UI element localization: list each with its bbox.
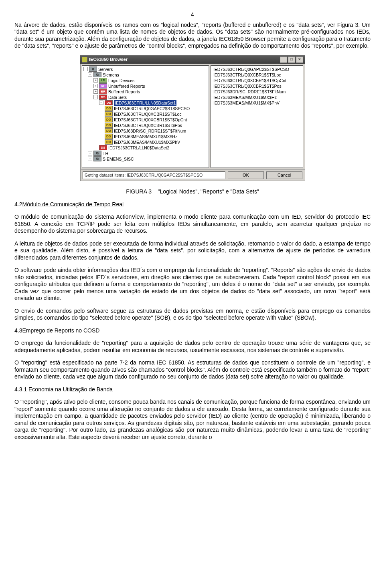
status-row: Getting dataset items: IED7SJ63CTRL/Q0GA… bbox=[80, 169, 305, 181]
tree-th[interactable]: +⧉TH bbox=[83, 151, 208, 156]
tree-br[interactable]: +BRBuffered Reports bbox=[83, 89, 208, 95]
heading-4-3: 4.3 Emprego de Reports no COSD bbox=[14, 327, 371, 334]
tree-ds2[interactable]: DSIED7SJ63CTRL/LLN0$DataSet2 bbox=[83, 145, 208, 151]
heading-number: 4.2 bbox=[14, 201, 22, 208]
do-icon: DO bbox=[105, 134, 113, 139]
tree-label: Data Sets bbox=[108, 95, 127, 100]
heading-text: Módulo de Comunicação de Tempo Real bbox=[22, 201, 124, 207]
dialog-body: −⧉Servers −⧉Siemens +LDLogic Devices +RP… bbox=[80, 64, 305, 169]
tree-ds1[interactable]: −DSIED7SJ63CTRL/LLN0$DataSet1 bbox=[83, 100, 208, 106]
paragraph-intro: Na árvore de dados, estão disponíveis os… bbox=[14, 22, 371, 50]
tree-label: Siemens bbox=[103, 72, 119, 78]
tree-do[interactable]: DOIED7SJ63MEAS/MMXU1$MX$Hz bbox=[83, 134, 208, 139]
tree-do[interactable]: DOIED7SJ63CTRL/Q0GAPC2$ST$SPCSO bbox=[83, 106, 208, 111]
tree-do[interactable]: DOIED7SJ63CTRL/Q0XCBR1$ST$Pos bbox=[83, 123, 208, 128]
status-text: Getting dataset items: IED7SJ63CTRL/Q0GA… bbox=[83, 171, 225, 179]
tree-servers[interactable]: −⧉Servers bbox=[83, 66, 208, 72]
do-icon: DO bbox=[105, 139, 113, 145]
br-icon: BR bbox=[99, 89, 107, 94]
tree-label: IED7SJ63MEAS/MMXU1$MX$Hz bbox=[114, 134, 177, 139]
tree-label: TH bbox=[103, 151, 108, 156]
ld-icon: LD bbox=[99, 78, 107, 83]
titlebar: IEC61850 Browser _ □ ✕ bbox=[80, 56, 305, 64]
collapse-icon[interactable]: − bbox=[88, 72, 92, 77]
list-item[interactable]: IED7SJ63DR/SC_RDRE1$ST$FltNum bbox=[212, 89, 302, 95]
tree-label: IED7SJ63CTRL/Q0XCBR1$ST$Pos bbox=[114, 123, 182, 128]
tree-label: Buffered Reports bbox=[108, 89, 140, 95]
server-icon: ⧉ bbox=[93, 151, 101, 156]
do-icon: DO bbox=[105, 111, 113, 117]
ds-icon: DS bbox=[105, 100, 113, 105]
tree-do[interactable]: DOIED7SJ63DR/SC_RDRE1$ST$FltNum bbox=[83, 128, 208, 134]
tree-label: IED7SJ63DR/SC_RDRE1$ST$FltNum bbox=[114, 128, 186, 134]
close-button[interactable]: ✕ bbox=[296, 56, 303, 63]
list-pane[interactable]: IED7SJ63CTRL/Q0GAPC2$ST$SPCSO IED7SJ63CT… bbox=[211, 65, 303, 168]
figure-caption: FIGURA 3 – "Logical Nodes", "Reports" e … bbox=[14, 188, 371, 195]
minimize-button[interactable]: _ bbox=[280, 56, 287, 63]
iec61850-browser-dialog: IEC61850 Browser _ □ ✕ −⧉Servers −⧉Sieme… bbox=[80, 55, 305, 181]
expand-icon[interactable]: + bbox=[93, 89, 98, 94]
ds-icon: DS bbox=[99, 95, 107, 100]
servers-icon: ⧉ bbox=[89, 66, 97, 72]
maximize-button[interactable]: □ bbox=[288, 56, 295, 63]
do-icon: DO bbox=[105, 117, 113, 122]
tree-label: IED7SJ63CTRL/Q0XCBR1$ST$Loc bbox=[114, 111, 182, 117]
do-icon: DO bbox=[105, 128, 113, 133]
tree-do[interactable]: DOIED7SJ63MEAS/MMXU1$MX$PhV bbox=[83, 139, 208, 145]
tree-rp[interactable]: +RPUnbuffered Reports bbox=[83, 83, 208, 89]
expand-icon[interactable]: + bbox=[88, 157, 92, 161]
paragraph: O envio de comandos pelo software segue … bbox=[14, 308, 371, 322]
tree-label: IED7SJ63CTRL/LLN0$DataSet2 bbox=[108, 145, 169, 151]
heading-text: Emprego de Reports no COSD bbox=[22, 327, 99, 334]
ds-icon: DS bbox=[99, 145, 107, 150]
rp-icon: RP bbox=[99, 83, 107, 89]
do-icon: DO bbox=[105, 123, 113, 128]
cancel-button[interactable]: Cancel bbox=[266, 171, 302, 179]
paragraph: O módulo de comunicação do sistema Actio… bbox=[14, 213, 371, 235]
tree-siemens[interactable]: −⧉Siemens bbox=[83, 72, 208, 78]
app-icon bbox=[82, 57, 87, 62]
server-icon: ⧉ bbox=[93, 156, 101, 161]
collapse-icon[interactable]: − bbox=[99, 101, 103, 105]
tree-label: Unbuffered Reports bbox=[108, 83, 145, 89]
server-icon: ⧉ bbox=[93, 72, 101, 77]
heading-number: 4.3 bbox=[14, 327, 22, 334]
paragraph: A leitura de objetos de dados pode ser e… bbox=[14, 240, 371, 262]
tree-label: Logic Devices bbox=[108, 78, 134, 83]
paragraph: O emprego da funcionalidade de "reportin… bbox=[14, 340, 371, 354]
list-item[interactable]: IED7SJ63CTRL/Q0XCBR1$ST$OpCnt bbox=[212, 78, 302, 83]
tree-do[interactable]: DOIED7SJ63CTRL/Q0XCBR1$ST$OpCnt bbox=[83, 117, 208, 123]
list-item[interactable]: IED7SJ63MEAS/MMXU1$MX$Hz bbox=[212, 95, 302, 100]
tree-do[interactable]: DOIED7SJ63CTRL/Q0XCBR1$ST$Loc bbox=[83, 111, 208, 117]
tree-ds[interactable]: −DSData Sets bbox=[83, 95, 208, 100]
paragraph: O software pode ainda obter informações … bbox=[14, 267, 371, 302]
list-item[interactable]: IED7SJ63CTRL/Q0GAPC2$ST$SPCSO bbox=[212, 66, 302, 72]
heading-4-2: 4.2 Módulo de Comunicação de Tempo Real bbox=[14, 201, 371, 208]
tree-label: Servers bbox=[98, 66, 113, 72]
do-icon: DO bbox=[105, 106, 113, 111]
tree-label-selected: IED7SJ63CTRL/LLN0$DataSet1 bbox=[114, 100, 176, 106]
tree-ld[interactable]: +LDLogic Devices bbox=[83, 78, 208, 83]
tree-label: SIEMENS_SISC bbox=[103, 156, 134, 162]
list-item[interactable]: IED7SJ63CTRL/Q0XCBR1$ST$Pos bbox=[212, 83, 302, 89]
tree-pane[interactable]: −⧉Servers −⧉Siemens +LDLogic Devices +RP… bbox=[82, 65, 209, 168]
paragraph: O "reporting" está especificado na parte… bbox=[14, 359, 371, 381]
figure-3: IEC61850 Browser _ □ ✕ −⧉Servers −⧉Sieme… bbox=[14, 55, 371, 181]
tree-sisc[interactable]: +⧉SIEMENS_SISC bbox=[83, 156, 208, 162]
collapse-icon[interactable]: − bbox=[93, 95, 98, 99]
tree-label: IED7SJ63CTRL/Q0XCBR1$ST$OpCnt bbox=[114, 117, 187, 123]
tree-label: IED7SJ63CTRL/Q0GAPC2$ST$SPCSO bbox=[114, 106, 190, 111]
heading-4-3-1: 4.3.1 Economia na Utilização de Banda bbox=[14, 386, 371, 393]
paragraph: O "reporting", após ativo pelo cliente, … bbox=[14, 399, 371, 441]
collapse-icon[interactable]: − bbox=[83, 67, 88, 71]
expand-icon[interactable]: + bbox=[88, 151, 92, 155]
window-title: IEC61850 Browser bbox=[89, 57, 279, 62]
tree-label: IED7SJ63MEAS/MMXU1$MX$PhV bbox=[114, 139, 180, 145]
expand-icon[interactable]: + bbox=[93, 78, 98, 83]
list-item[interactable]: IED7SJ63CTRL/Q0XCBR1$ST$Loc bbox=[212, 72, 302, 78]
page-number: 4 bbox=[14, 11, 371, 18]
expand-icon[interactable]: + bbox=[93, 84, 98, 88]
ok-button[interactable]: OK bbox=[228, 171, 264, 179]
list-item[interactable]: IED7SJ63MEAS/MMXU1$MX$PhV bbox=[212, 100, 302, 106]
